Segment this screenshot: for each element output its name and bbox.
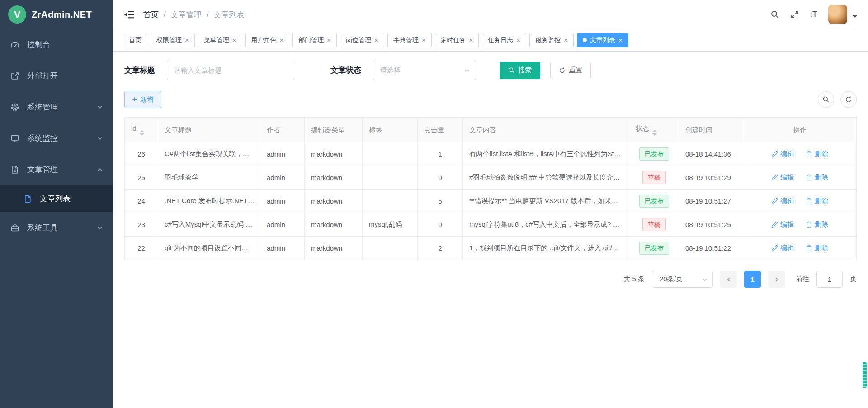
sidebar-collapse-icon[interactable] [124,9,134,20]
tab-menu[interactable]: 菜单管理 × [198,33,242,47]
cell-status: 草稿 [629,166,679,190]
tab-scheduled-task[interactable]: 定时任务 × [435,33,479,47]
page-number-button[interactable]: 1 [744,271,761,288]
edit-link[interactable]: 编辑 [771,150,794,158]
tab-label: 定时任务 [441,36,466,44]
header-actions: tT [770,5,857,24]
sidebar-item-label: 文章列表 [40,194,103,204]
tab-department[interactable]: 部门管理 × [292,33,337,47]
tab-label: 权限管理 [156,36,182,44]
cell-content: 1，找到项目所在目录下的 .git/文件夹，进入.git/… [463,237,629,260]
reset-button[interactable]: 重置 [550,62,591,79]
tab-article-list[interactable]: 文章列表 × [577,33,628,47]
article-status-select[interactable]: 请选择 [373,61,476,80]
delete-label: 删除 [815,173,828,182]
column-header-tags: 标签 [363,118,418,142]
sidebar-item-article-management[interactable]: 文章管理 [0,154,113,185]
sidebar-item-system-tools[interactable]: 系统工具 [0,212,113,243]
tab-user-role[interactable]: 用户角色 × [245,33,290,47]
column-header-id[interactable]: id [125,118,158,142]
sidebar-item-label: 系统监控 [27,133,97,143]
cell-actions: 编辑 删除 [743,213,857,237]
cell-title: 羽毛球教学 [158,166,260,190]
table-tools [818,91,857,108]
caret-down-icon[interactable] [853,15,857,20]
jump-page-input[interactable] [816,271,843,288]
edit-link[interactable]: 编辑 [771,244,794,252]
search-button[interactable]: 搜索 [500,62,540,79]
add-button[interactable]: + 新增 [124,91,161,108]
close-icon[interactable]: × [185,37,189,43]
toggle-search-button[interactable] [818,91,834,108]
cell-status: 已发布 [629,190,679,213]
refresh-button[interactable] [840,91,857,108]
table-toolbar: + 新增 [113,80,868,108]
fullscreen-icon[interactable] [790,10,799,19]
cell-title: c#写入Mysql中文显示乱码 … [158,213,260,237]
prev-page-button[interactable] [720,271,737,288]
scrollbar-thumb[interactable] [863,362,867,388]
search-icon[interactable] [770,10,779,19]
sort-icon[interactable] [652,130,657,136]
close-icon[interactable]: × [618,37,623,43]
close-icon[interactable]: × [564,37,568,43]
cell-id: 22 [125,237,158,260]
sidebar-item-system-monitor[interactable]: 系统监控 [0,123,113,154]
cell-created: 08-19 10:51:25 [679,213,743,237]
edit-label: 编辑 [780,197,794,205]
close-icon[interactable]: × [232,37,236,43]
avatar[interactable] [828,5,847,24]
table-row: 23 c#写入Mysql中文显示乱码 … admin markdown mysq… [125,213,857,237]
edit-link[interactable]: 编辑 [771,220,794,229]
article-status-label: 文章状态 [330,65,361,76]
page-size-value: 20条/页 [660,275,683,284]
cell-editor: markdown [305,166,363,190]
article-title-input[interactable] [167,61,294,80]
cell-status: 已发布 [629,237,679,260]
sort-icon[interactable] [140,130,144,136]
tab-server-monitor[interactable]: 服务监控 × [529,33,574,47]
search-button-label: 搜索 [518,66,532,75]
cell-editor: markdown [305,237,363,260]
status-badge: 已发布 [639,147,669,160]
column-header-status[interactable]: 状态 [629,118,679,142]
delete-link[interactable]: 删除 [806,173,828,182]
close-icon[interactable]: × [422,37,426,43]
dashboard-icon [10,40,20,50]
tab-task-log[interactable]: 任务日志 × [482,33,526,47]
font-size-icon[interactable]: tT [810,10,817,19]
tab-home[interactable]: 首页 [123,33,147,47]
cell-id: 23 [125,213,158,237]
close-icon[interactable]: × [469,37,473,43]
close-icon[interactable]: × [374,37,378,43]
close-icon[interactable]: × [280,37,284,43]
cell-created: 08-19 10:51:22 [679,237,743,260]
next-page-button[interactable] [768,271,785,288]
close-icon[interactable]: × [327,37,331,43]
delete-link[interactable]: 删除 [806,197,828,205]
tab-dictionary[interactable]: 字典管理 × [387,33,432,47]
tab-label: 首页 [129,36,142,44]
page-size-select[interactable]: 20条/页 [652,271,713,288]
tab-label: 文章列表 [590,36,615,44]
breadcrumb-home[interactable]: 首页 [143,9,159,20]
sidebar-item-dashboard[interactable]: 控制台 [0,29,113,60]
edit-link[interactable]: 编辑 [771,173,794,182]
delete-link[interactable]: 删除 [806,244,828,252]
sidebar-item-article-list[interactable]: 文章列表 [0,185,113,212]
close-icon[interactable]: × [516,37,520,43]
main-area: 首页 / 文章管理 / 文章列表 tT 首页 [113,0,868,408]
cell-author: admin [260,166,305,190]
edit-link[interactable]: 编辑 [771,197,794,205]
tab-post[interactable]: 岗位管理 × [340,33,384,47]
delete-link[interactable]: 删除 [806,220,828,229]
delete-link[interactable]: 删除 [806,150,828,158]
edit-label: 编辑 [780,244,794,252]
column-label: 文章内容 [469,126,496,133]
monitor-icon [10,133,20,143]
tags-view-bar: 首页 权限管理 × 菜单管理 × 用户角色 × 部门管理 × 岗位管理 × [113,29,868,52]
tab-permission[interactable]: 权限管理 × [151,33,195,47]
sidebar-item-external-open[interactable]: 外部打开 [0,60,113,91]
table-row: 26 C#两个list集合实现关联，… admin markdown 1 有两个… [125,142,857,166]
sidebar-item-system-management[interactable]: 系统管理 [0,91,113,123]
